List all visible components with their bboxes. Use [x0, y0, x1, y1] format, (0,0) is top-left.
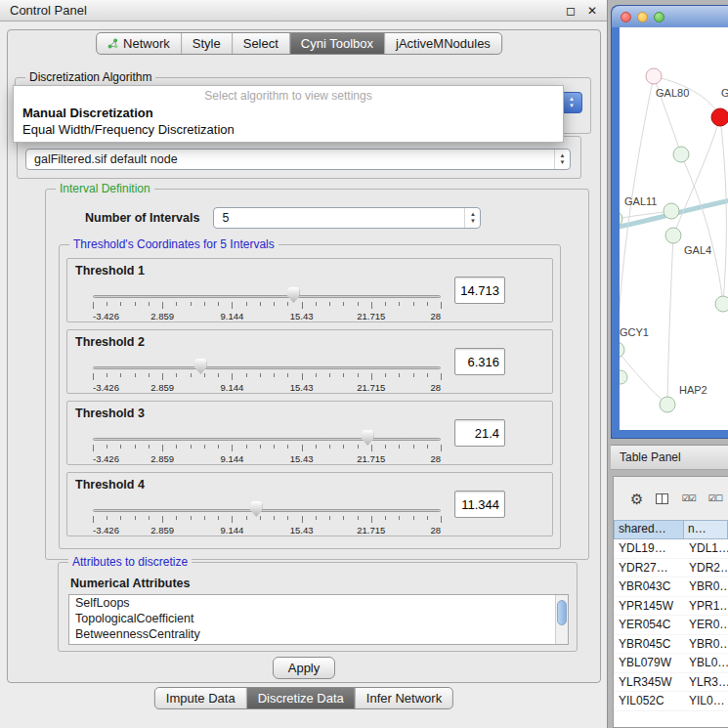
slider-tick: [246, 516, 247, 520]
numerical-attributes-list[interactable]: SelfLoopsTopologicalCoefficientBetweenne…: [68, 594, 569, 645]
table-data-select[interactable]: galFiltered.sif default node ▲ ▼: [25, 149, 571, 170]
attribute-list-item[interactable]: SelfLoops: [69, 595, 568, 611]
slider-tick: [371, 516, 372, 523]
attribute-list-item[interactable]: BetweennessCentrality: [69, 626, 568, 642]
control-panel-window: Control Panel ◻ ✕ Discretization Algorit…: [0, 0, 608, 728]
slider-tick: [232, 373, 233, 380]
slider-tick: [427, 373, 428, 377]
tab-cyni-toolbox[interactable]: Cyni Toolbox: [289, 33, 384, 54]
table-row[interactable]: YBR043CYBR0…: [614, 578, 728, 597]
threshold-slider-thumb[interactable]: [287, 287, 300, 303]
threshold-slider[interactable]: -3.4262.8599.14415.4321.71528: [93, 278, 441, 321]
table-row[interactable]: YDL19…YDL1…: [614, 539, 728, 559]
slider-tick: [413, 445, 414, 449]
network-window-titlebar[interactable]: [612, 6, 728, 27]
slider-tick: [302, 373, 303, 380]
attribute-list-item[interactable]: TopologicalCoefficient: [69, 611, 568, 626]
tab-infer-network[interactable]: Infer Network: [355, 688, 452, 708]
table-row[interactable]: YIL052CYIL0…: [614, 692, 728, 711]
slider-tick: [274, 373, 275, 377]
tab-network[interactable]: Network: [97, 33, 181, 54]
gear-icon[interactable]: ⚙: [630, 492, 643, 506]
network-node[interactable]: [660, 397, 675, 412]
zoom-traffic-light-icon[interactable]: [654, 12, 664, 22]
table-cell: YIL0…: [684, 692, 728, 710]
slider-tick: [329, 373, 330, 377]
discretization-algorithm-title: Discretization Algorithm: [25, 70, 155, 84]
scale-tick-label: 28: [430, 525, 441, 535]
threshold-slider-thumb[interactable]: [362, 430, 374, 446]
slider-tick: [329, 302, 330, 306]
threshold-slider[interactable]: -3.4262.8599.14415.4321.71528: [93, 421, 441, 464]
network-node[interactable]: [620, 342, 624, 358]
network-node[interactable]: [673, 147, 689, 162]
table-row[interactable]: YLR345WYLR3…: [614, 673, 728, 693]
threshold-value-input[interactable]: [454, 348, 505, 375]
tab-jactivemnodules[interactable]: jActiveMNodules: [384, 33, 501, 54]
columns-icon[interactable]: [656, 493, 668, 504]
slider-tick: [399, 445, 400, 449]
scale-tick-label: 28: [430, 311, 441, 321]
table-row[interactable]: YDR27…YDR2…: [614, 559, 728, 578]
table-row[interactable]: YER054CYER0…: [614, 616, 728, 635]
attributes-scrollbar[interactable]: [555, 595, 568, 644]
threshold-slider-thumb[interactable]: [194, 359, 207, 374]
slider-tick: [358, 516, 359, 520]
slider-tick: [441, 445, 442, 451]
stepper-arrows-icon[interactable]: ▲ ▼: [554, 150, 570, 169]
select-some-checkbox-icon[interactable]: ☑☐: [708, 494, 722, 503]
attributes-scrollbar-thumb[interactable]: [557, 600, 567, 625]
table-panel-header[interactable]: Table Panel: [611, 445, 728, 470]
close-traffic-light-icon[interactable]: [621, 12, 631, 22]
table-cell: YER054C: [614, 616, 684, 634]
threshold-value-input[interactable]: [454, 277, 505, 304]
network-canvas[interactable]: GAL80GAGAL11GAL4GCY1HAP2: [620, 27, 728, 430]
slider-track: [93, 366, 441, 369]
slider-tick: [135, 445, 136, 449]
apply-button[interactable]: Apply: [273, 657, 335, 679]
network-node[interactable]: [715, 296, 728, 312]
number-of-intervals-select[interactable]: 5 ▲ ▼: [213, 207, 481, 229]
column-header-name[interactable]: n…: [684, 520, 728, 539]
table-cell: YBR0…: [684, 578, 728, 596]
threshold-slider[interactable]: -3.4262.8599.14415.4321.71528: [93, 350, 441, 393]
column-header-shared-name[interactable]: shared…: [614, 520, 684, 539]
thresholds-group: Threshold's Coordinates for 5 Intervals …: [59, 244, 561, 549]
network-node[interactable]: [711, 108, 728, 126]
table-toolbar: ⚙ ☑☑ ☑☐: [614, 477, 728, 520]
dropdown-option-equal-width-frequency-discretization[interactable]: Equal Width/Frequency Discretization: [14, 121, 563, 138]
minimize-traffic-light-icon[interactable]: [637, 12, 648, 22]
threshold-slider[interactable]: -3.4262.8599.14415.4321.71528: [93, 492, 441, 535]
float-window-icon[interactable]: ◻: [566, 4, 576, 18]
table-row[interactable]: YBR045CYBR0…: [614, 635, 728, 655]
select-all-checkbox-icon[interactable]: ☑☑: [681, 494, 695, 503]
table-cell: YLR345W: [614, 673, 684, 692]
combo-arrows-icon[interactable]: ▲ ▼: [561, 92, 582, 113]
dropdown-option-manual-discretization[interactable]: Manual Discretization: [14, 105, 563, 121]
network-node[interactable]: [664, 203, 679, 219]
table-row[interactable]: YBL079WYBL0…: [614, 654, 728, 673]
threshold-value-input[interactable]: [454, 491, 505, 518]
table-cell: YPR145W: [614, 597, 684, 616]
tab-discretize-data[interactable]: Discretize Data: [246, 688, 355, 708]
chevron-up-icon: ▲: [569, 96, 575, 103]
slider-tick: [316, 445, 317, 449]
threshold-value-input[interactable]: [454, 419, 505, 447]
network-node[interactable]: [665, 228, 681, 243]
network-view-window: GAL80GAGAL11GAL4GCY1HAP2: [611, 5, 728, 439]
slider-scale: -3.4262.8599.14415.4321.71528: [93, 525, 441, 535]
slider-tick: [316, 373, 317, 377]
slider-track: [93, 509, 441, 512]
tab-select[interactable]: Select: [232, 33, 289, 54]
interval-definition-group: Interval Definition Number of Intervals …: [45, 189, 589, 560]
control-panel-titlebar[interactable]: Control Panel ◻ ✕: [0, 0, 607, 21]
threshold-slider-thumb[interactable]: [250, 501, 263, 517]
network-node[interactable]: [620, 370, 627, 384]
network-node[interactable]: [646, 68, 662, 84]
table-cell: YDR2…: [684, 559, 728, 578]
tab-impute-data[interactable]: Impute Data: [155, 688, 246, 708]
table-row[interactable]: YPR145WYPR1…: [614, 597, 728, 617]
close-icon[interactable]: ✕: [587, 4, 597, 18]
stepper-arrows-icon[interactable]: ▲ ▼: [464, 208, 480, 228]
tab-style[interactable]: Style: [181, 33, 232, 54]
